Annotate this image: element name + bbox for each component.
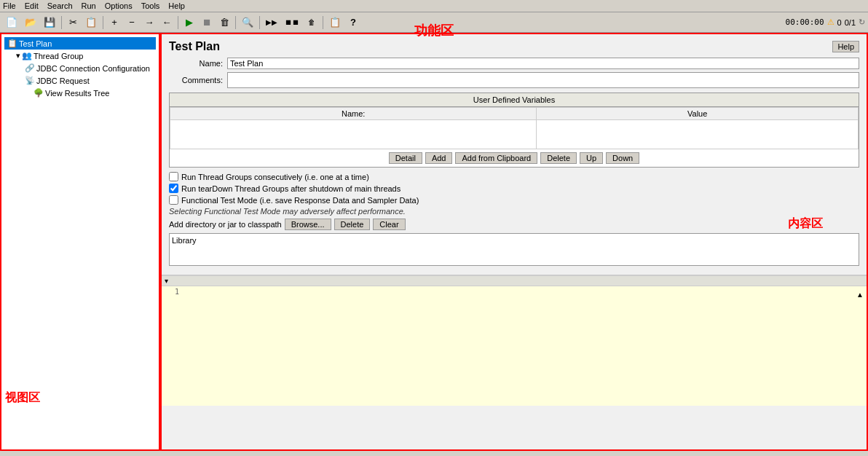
main-container: 📋 Test Plan ▾ 👥 Thread Group 🔗 JDBC Conn… — [0, 33, 868, 451]
add-from-clipboard-button[interactable]: Add from Clipboard — [455, 152, 537, 164]
help-button[interactable]: Help — [832, 41, 859, 52]
content-area-label: 内容区 — [788, 216, 823, 232]
new-button[interactable]: 📄 — [3, 15, 20, 31]
tree-item-thread-group[interactable]: ▾ 👥 Thread Group — [4, 50, 156, 62]
detail-button[interactable]: Detail — [389, 152, 422, 164]
search-button[interactable]: 🔍 — [239, 15, 256, 31]
log-line-number: 1 — [165, 288, 179, 296]
down-button[interactable]: Down — [606, 152, 639, 164]
run-button[interactable]: ▶ — [181, 15, 197, 31]
scroll-up-arrow[interactable]: ▲ — [856, 291, 864, 299]
up-button[interactable]: Up — [580, 152, 603, 164]
udv-col-name: Name: — [170, 108, 537, 120]
add-udv-button[interactable]: Add — [425, 152, 453, 164]
ratio-display: 0/1 — [845, 18, 856, 27]
tree-icon-view-results-tree: 🌳 — [33, 88, 44, 98]
library-box: Library — [169, 233, 859, 266]
content-title: Test Plan — [169, 40, 220, 53]
menu-edit[interactable]: Edit — [25, 1, 39, 10]
open-button[interactable]: 📂 — [22, 15, 39, 31]
tree-item-jdbc-request[interactable]: 📡 JDBC Request — [4, 74, 156, 87]
stop-button[interactable]: ⏹ — [199, 15, 215, 31]
checkbox3-row: Functional Test Mode (i.e. save Response… — [169, 195, 859, 205]
add-button[interactable]: + — [106, 15, 122, 31]
checkbox1-row: Run Thread Groups consecutively (i.e. on… — [169, 172, 859, 181]
refresh-icon[interactable]: ↻ — [859, 17, 865, 27]
tree-item-jdbc-connection[interactable]: 🔗 JDBC Connection Configuration — [4, 62, 156, 74]
udv-empty-value — [537, 120, 859, 149]
menu-options[interactable]: Options — [105, 1, 133, 10]
checkbox3[interactable] — [169, 195, 178, 205]
tree-item-view-results-tree[interactable]: 🌳 View Results Tree — [4, 87, 156, 99]
remote-stop-button[interactable]: ⏹⏹ — [282, 15, 302, 31]
log-area: ▾ 1 ▲ — [162, 275, 867, 406]
menu-run[interactable]: Run — [82, 1, 96, 10]
sep4 — [235, 16, 236, 29]
udv-empty-name — [170, 120, 537, 149]
comments-row: Comments: — [169, 72, 859, 88]
checkbox2-label: Run tearDown Thread Groups after shutdow… — [181, 184, 401, 193]
error-count: 0 — [837, 18, 842, 27]
udv-section: User Defined Variables Name: Value — [169, 93, 859, 168]
browse-button[interactable]: Browse... — [285, 219, 331, 230]
library-label: Library — [172, 236, 197, 245]
help-icon-button[interactable]: ? — [345, 15, 361, 31]
expand-icon-thread-group: ▾ — [16, 51, 20, 60]
delete-classpath-button[interactable]: Delete — [334, 219, 371, 230]
tree-icon-jdbc-connection: 🔗 — [25, 63, 35, 73]
checkbox1[interactable] — [169, 172, 178, 181]
udv-col-value: Value — [537, 108, 859, 120]
checkbox1-label: Run Thread Groups consecutively (i.e. on… — [181, 173, 369, 181]
copy-button[interactable]: 📋 — [82, 15, 100, 31]
tree-icon-jdbc-request: 📡 — [25, 76, 35, 85]
view-area-label: 视图区 — [5, 390, 40, 406]
checkbox2[interactable] — [169, 184, 178, 193]
menu-help[interactable]: Help — [168, 1, 185, 10]
save-button[interactable]: 💾 — [41, 15, 58, 31]
menubar: File Edit Search Run Options Tools Help — [0, 0, 868, 12]
tree-label-jdbc-connection: JDBC Connection Configuration — [36, 64, 150, 73]
tree-icon-thread-group: 👥 — [22, 51, 32, 60]
tree-label-test-plan: Test Plan — [19, 39, 52, 48]
sep3 — [178, 16, 178, 29]
toolbar-right: 00:00:00 ⚠ 0 0/1 ↻ — [786, 17, 865, 27]
cut-button[interactable]: ✂ — [65, 15, 81, 31]
delete-udv-button[interactable]: Delete — [540, 152, 577, 164]
menu-search[interactable]: Search — [47, 1, 73, 10]
comments-label: Comments: — [169, 76, 227, 84]
tree-area: 📋 Test Plan ▾ 👥 Thread Group 🔗 JDBC Conn… — [1, 34, 159, 102]
remove-button[interactable]: − — [124, 15, 140, 31]
tree-label-thread-group: Thread Group — [33, 52, 83, 60]
udv-body — [170, 120, 859, 149]
checkbox3-label: Functional Test Mode (i.e. save Response… — [181, 196, 419, 205]
menu-tools[interactable]: Tools — [141, 1, 160, 10]
name-row: Name: — [169, 58, 859, 69]
clear-button[interactable]: Clear — [373, 219, 405, 230]
log-header: ▾ — [162, 276, 867, 286]
clear-toolbar-button[interactable]: 🗑 — [216, 15, 232, 31]
outdent-button[interactable]: ← — [159, 15, 175, 31]
udv-table: Name: Value — [170, 107, 859, 149]
log-content: 1 — [162, 286, 867, 403]
content-title-row: Test Plan Help — [169, 40, 859, 53]
name-input[interactable] — [227, 58, 859, 69]
sep2 — [103, 16, 103, 29]
comments-input[interactable] — [227, 72, 859, 88]
name-label: Name: — [169, 59, 227, 68]
warning-icon: ⚠ — [827, 17, 835, 27]
template-button[interactable]: 📋 — [326, 15, 344, 31]
warning-text: Selecting Functional Test Mode may adver… — [169, 207, 859, 216]
classpath-label: Add directory or jar to classpath — [169, 220, 282, 229]
menu-file[interactable]: File — [3, 1, 16, 10]
remote-clear-button[interactable]: 🗑 — [304, 15, 320, 31]
tree-label-view-results-tree: View Results Tree — [45, 89, 109, 98]
tree-item-test-plan[interactable]: 📋 Test Plan — [4, 37, 156, 50]
indent-button[interactable]: → — [141, 15, 157, 31]
timer-display: 00:00:00 — [786, 17, 824, 27]
app-window: File Edit Search Run Options Tools Help … — [0, 0, 868, 456]
remote-start-button[interactable]: ▶▶ — [263, 15, 280, 31]
log-expand-icon[interactable]: ▾ — [165, 277, 168, 285]
right-panel: 内容区 Test Plan Help Name: Comments: — [160, 33, 868, 451]
udv-header: User Defined Variables — [170, 93, 859, 107]
log-line-1: 1 — [165, 288, 864, 296]
